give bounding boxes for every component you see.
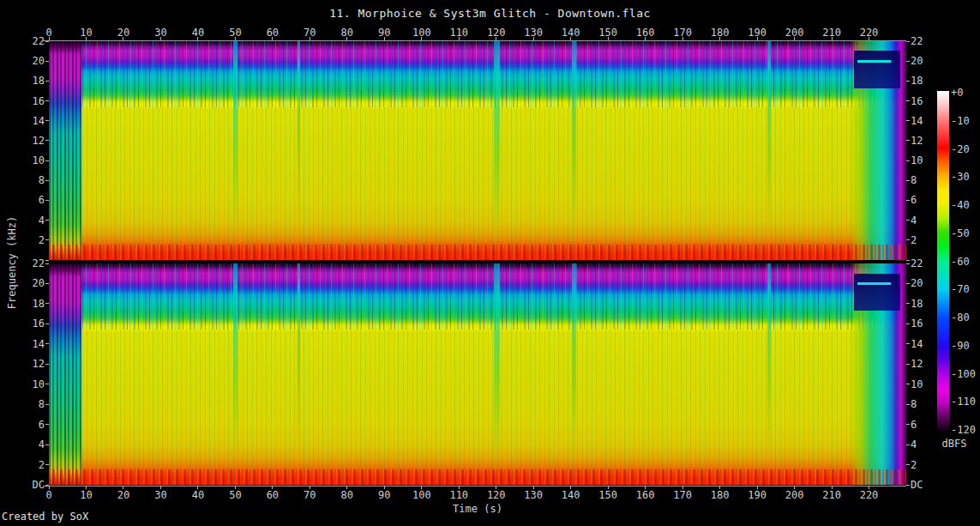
x-tick-mark-top [459, 37, 460, 40]
y-tick-mark-right [906, 364, 910, 365]
sox-credit: Created by SoX [2, 511, 88, 523]
x-tick-mark-bottom [123, 486, 123, 489]
x-tick-mark-bottom [272, 486, 273, 489]
x-tick-label-bottom: 80 [341, 490, 353, 500]
y-tick-mark-right [906, 200, 910, 201]
y-tick-mark-left [45, 364, 49, 365]
y-tick-mark-left [45, 464, 49, 465]
x-tick-mark-top [86, 37, 87, 40]
x-tick-label-bottom: 40 [192, 490, 204, 500]
colorbar-tick-label: -80 [951, 312, 970, 323]
x-tick-mark-bottom [49, 486, 50, 489]
y-tick-label-right: 8 [911, 399, 917, 409]
x-tick-label-bottom: 200 [785, 490, 804, 500]
y-tick-mark-left [45, 180, 49, 181]
y-tick-label-right: 18 [911, 299, 923, 309]
y-tick-mark-right [906, 485, 910, 486]
y-tick-label-right: 6 [911, 195, 917, 205]
y-tick-label-right: 10 [911, 155, 923, 166]
y-tick-mark-right [906, 343, 910, 344]
y-tick-label-left: 18 [15, 299, 45, 309]
x-tick-mark-top [123, 37, 123, 40]
y-tick-mark-right [906, 220, 910, 221]
y-tick-label-left: 20 [15, 278, 45, 288]
dropout-streak [572, 41, 576, 233]
y-tick-mark-left [45, 41, 49, 42]
x-tick-mark-top [757, 37, 758, 40]
outro-fade [850, 41, 906, 260]
x-tick-mark-bottom [235, 486, 236, 489]
y-tick-mark-right [906, 263, 910, 264]
x-tick-mark-top [645, 37, 646, 40]
x-tick-mark-bottom [682, 486, 683, 489]
x-tick-mark-bottom [570, 486, 571, 489]
x-tick-mark-bottom [608, 486, 609, 489]
colorbar-tick-label: -70 [951, 284, 970, 294]
y-tick-mark-left [45, 200, 49, 201]
y-tick-label-right: 8 [911, 175, 917, 185]
colorbar-tick-label: -60 [951, 257, 970, 267]
y-tick-mark-left [45, 61, 49, 62]
dropout-streak [572, 263, 576, 458]
y-tick-mark-right [906, 323, 910, 324]
y-tick-label-right: 22 [911, 36, 923, 46]
colorbar-tick-label: -110 [951, 396, 976, 407]
x-tick-mark-top [570, 37, 571, 40]
y-tick-mark-left [45, 404, 49, 405]
x-tick-mark-bottom [757, 486, 758, 489]
chart-title: 11. Morphoice & Syst3m Glitch - Downtown… [0, 7, 980, 20]
x-tick-label-bottom: 190 [748, 490, 767, 500]
x-tick-mark-top [160, 37, 161, 40]
dropout-streak [494, 41, 500, 233]
y-tick-label-right: 22 [911, 258, 923, 269]
x-tick-mark-bottom [496, 486, 496, 489]
colorbar-unit-label: dBFS [935, 438, 973, 450]
x-tick-label-bottom: 170 [673, 490, 692, 500]
y-tick-label-left: 20 [15, 56, 45, 66]
y-tick-mark-left [45, 323, 49, 324]
colorbar-tick-label: -90 [951, 341, 970, 351]
dropout-streak [298, 263, 300, 458]
y-tick-mark-right [906, 260, 910, 261]
x-tick-mark-top [197, 37, 198, 40]
y-tick-mark-left [45, 239, 49, 240]
y-tick-label-left: 10 [15, 379, 45, 390]
y-tick-mark-right [906, 140, 910, 141]
y-tick-label-left: 12 [15, 136, 45, 146]
colorbar-tick-label: -50 [951, 228, 970, 239]
hf-streak-texture [49, 263, 906, 330]
x-tick-mark-top [832, 37, 833, 40]
x-tick-label-bottom: 160 [636, 490, 655, 500]
hf-streak-texture [49, 41, 906, 107]
y-tick-label-left: 16 [15, 96, 45, 106]
x-tick-label-bottom: 150 [598, 490, 617, 500]
y-tick-mark-left [45, 384, 49, 384]
y-tick-label-right: 18 [911, 76, 923, 86]
y-tick-mark-left [45, 120, 49, 121]
x-tick-label-bottom: 20 [117, 490, 129, 500]
x-tick-label-bottom: 210 [822, 490, 841, 500]
y-tick-label-left: 14 [15, 116, 45, 126]
y-tick-mark-right [906, 41, 910, 42]
x-tick-mark-top [272, 37, 273, 40]
y-tick-mark-right [906, 120, 910, 121]
y-tick-label-left: 6 [15, 195, 45, 205]
y-tick-label-left: DC [15, 480, 45, 490]
y-tick-label-left: 16 [15, 318, 45, 329]
y-tick-label-left: 4 [15, 215, 45, 226]
y-tick-label-left: 8 [15, 399, 45, 409]
y-tick-label-right: 16 [911, 318, 923, 329]
y-tick-mark-left [45, 343, 49, 344]
x-tick-mark-bottom [86, 486, 87, 489]
x-tick-mark-bottom [832, 486, 833, 489]
y-tick-mark-left [45, 220, 49, 221]
x-tick-mark-bottom [346, 486, 347, 489]
y-tick-mark-right [906, 424, 910, 425]
intro-section [49, 263, 81, 485]
x-tick-mark-top [719, 37, 720, 40]
y-tick-mark-left [45, 444, 49, 445]
y-tick-label-right: 4 [911, 439, 917, 450]
y-tick-mark-right [906, 464, 910, 465]
colorbar-tick-label: -100 [951, 369, 976, 379]
y-tick-mark-right [906, 100, 910, 101]
